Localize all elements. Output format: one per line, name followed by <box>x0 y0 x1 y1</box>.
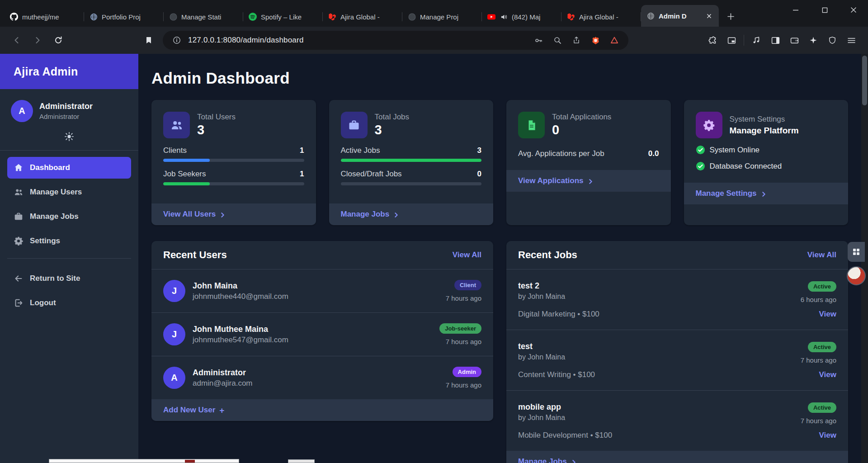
share-icon[interactable] <box>569 33 584 48</box>
sidebar-item-manage-users[interactable]: Manage Users <box>7 181 131 203</box>
stat-label: Total Applications <box>552 113 611 122</box>
user-list-item[interactable]: J John Maina johnmuthee440@gmail.com Cli… <box>151 269 493 312</box>
picture-in-picture-icon[interactable] <box>722 31 741 50</box>
page-bottom-fragment <box>288 459 315 463</box>
tab-label: Admin D <box>659 12 700 20</box>
reload-button[interactable] <box>49 31 68 50</box>
user-name: Administrator <box>193 368 253 378</box>
sidebar-item-manage-jobs[interactable]: Manage Jobs <box>7 206 131 227</box>
tab-audio-icon[interactable] <box>500 13 508 21</box>
job-list-item[interactable]: test 2 by John Maina Active 6 hours ago … <box>506 269 848 330</box>
floating-grid-button[interactable] <box>848 242 865 262</box>
stat-card-total-users: Total Users 3 Clients 1 <box>151 100 316 225</box>
floating-avatar-button[interactable] <box>847 266 866 285</box>
status-badge: Active <box>808 281 836 292</box>
sidebar-item-dashboard[interactable]: Dashboard <box>7 157 131 179</box>
tab-ajira-global-2[interactable]: Ajira Global - <box>561 7 641 27</box>
bookmark-icon[interactable] <box>139 31 158 50</box>
stat-value: 3 <box>197 123 236 137</box>
user-list-item[interactable]: A Administrator admin@ajira.com Admin 7 … <box>151 356 493 399</box>
key-icon[interactable] <box>531 33 546 48</box>
job-title: mobile app <box>518 402 565 412</box>
view-all-users-link[interactable]: View All Users <box>151 203 316 225</box>
job-list-item[interactable]: mobile app by John Maina Active 7 hours … <box>506 390 848 451</box>
status-badge: Active <box>808 342 836 352</box>
manage-settings-link[interactable]: Manage Settings <box>684 183 849 204</box>
site-favicon <box>169 13 177 21</box>
tab-close-icon[interactable] <box>704 11 713 20</box>
forward-button[interactable] <box>28 31 47 50</box>
rewards-shield-icon[interactable] <box>823 31 842 50</box>
user-list: J John Maina johnmuthee440@gmail.com Cli… <box>151 269 493 399</box>
view-job-link[interactable]: View <box>819 431 836 440</box>
sidebar-item-label: Manage Users <box>30 188 82 197</box>
tab-youtube[interactable]: (842) Maj <box>482 7 561 27</box>
search-icon[interactable] <box>550 33 565 48</box>
check-circle-icon <box>696 145 705 155</box>
menu-hamburger-icon[interactable] <box>842 31 861 50</box>
sidebar-item-return-to-site[interactable]: Return to Site <box>7 268 131 289</box>
scrollbar-thumb[interactable] <box>862 56 867 105</box>
view-applications-link[interactable]: View Applications <box>506 170 671 192</box>
browser-toolbar: 127.0.0.1:8080/admin/dashboard <box>0 27 868 54</box>
site-info-icon[interactable] <box>169 33 184 48</box>
media-note-icon[interactable] <box>747 31 766 50</box>
wallet-icon[interactable] <box>785 31 804 50</box>
tab-github[interactable]: mutheejj/me <box>5 7 84 27</box>
strip-label: Manage Jobs <box>341 210 390 219</box>
sidebar: Ajira Admin A Administrator Administrato… <box>0 54 138 463</box>
theme-toggle-sun-icon[interactable] <box>60 128 78 146</box>
new-tab-button[interactable] <box>722 8 739 24</box>
tab-manage-stations[interactable]: Manage Stati <box>164 7 243 27</box>
view-job-link[interactable]: View <box>819 310 836 319</box>
tab-label: Ajira Global - <box>340 13 397 21</box>
timestamp: 7 hours ago <box>446 338 481 345</box>
job-category-price: Digital Marketing • $100 <box>518 310 599 319</box>
view-all-users-link[interactable]: View All <box>453 250 481 260</box>
tab-ajira-global-1[interactable]: Ajira Global - <box>323 7 402 27</box>
job-poster: by John Maina <box>518 353 565 361</box>
view-all-jobs-link[interactable]: View All <box>807 250 836 260</box>
chevron-right-icon <box>588 179 594 184</box>
avatar: A <box>11 100 33 122</box>
stat-label: Total Users <box>197 113 236 122</box>
sidebar-divider <box>7 258 131 259</box>
sidebar-item-logout[interactable]: Logout <box>7 292 131 314</box>
panel-title: Recent Users <box>163 249 227 261</box>
side-panel-icon[interactable] <box>766 31 785 50</box>
page-bottom-fragment <box>49 459 239 463</box>
manage-jobs-link[interactable]: Manage Jobs <box>506 451 848 463</box>
window-close-button[interactable] <box>839 0 868 20</box>
window-minimize-button[interactable] <box>781 0 810 20</box>
avatar: J <box>163 323 185 345</box>
address-bar[interactable]: 127.0.0.1:8080/admin/dashboard <box>163 31 628 50</box>
window-maximize-button[interactable] <box>810 0 839 20</box>
brave-shields-icon[interactable] <box>588 33 603 48</box>
toolbar-right-group <box>703 31 861 50</box>
chevron-right-icon <box>571 459 577 463</box>
dashboard-grid: Total Users 3 Clients 1 <box>151 100 848 463</box>
back-button[interactable] <box>7 31 26 50</box>
timestamp: 7 hours ago <box>446 294 481 302</box>
view-job-link[interactable]: View <box>819 370 836 379</box>
leo-sparkle-icon[interactable] <box>804 31 823 50</box>
add-new-user-button[interactable]: Add New User + <box>151 399 493 421</box>
manage-jobs-link[interactable]: Manage Jobs <box>329 203 494 225</box>
timestamp: 7 hours ago <box>801 356 836 364</box>
job-list-item[interactable]: test by John Maina Active 7 hours ago Co… <box>506 330 848 390</box>
strip-label: Add New User <box>163 406 215 415</box>
extension-triangle-icon[interactable] <box>607 33 622 48</box>
tab-label: Manage Proj <box>420 13 476 21</box>
tab-manage-projects[interactable]: Manage Proj <box>402 7 482 27</box>
url-text[interactable]: 127.0.0.1:8080/admin/dashboard <box>188 36 527 45</box>
user-list-item[interactable]: J John Muthee Maina johnmuthee547@gmail.… <box>151 312 493 356</box>
sidebar-item-settings[interactable]: Settings <box>7 230 131 252</box>
tab-spotify[interactable]: Spotify – Like <box>243 7 323 27</box>
profile-block: A Administrator Administrator <box>0 89 138 126</box>
check-circle-icon <box>696 161 705 171</box>
stat-row-value: 1 <box>300 170 304 179</box>
tab-portfolio[interactable]: Portfolio Proj <box>84 7 164 27</box>
extensions-puzzle-icon[interactable] <box>703 31 722 50</box>
progress-track <box>163 159 304 162</box>
tab-admin-dashboard[interactable]: Admin D <box>641 5 719 27</box>
